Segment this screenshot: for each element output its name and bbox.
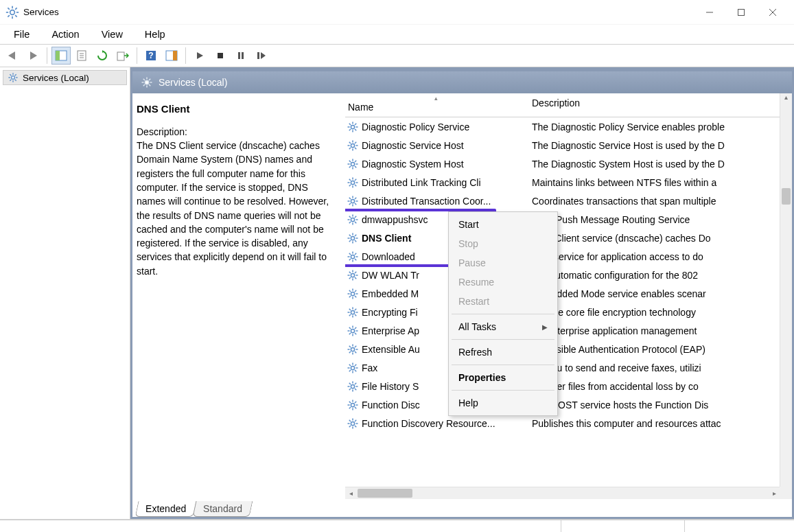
- menu-help[interactable]: Help: [135, 26, 175, 43]
- service-name-text: Encrypting Fi: [362, 307, 418, 318]
- vertical-scrollbar[interactable]: ▴: [780, 93, 792, 487]
- service-desc-cell: les you to send and receive faxes, utili…: [529, 362, 792, 373]
- service-desc-cell: The Diagnostic System Host is used by th…: [529, 159, 792, 170]
- submenu-arrow-icon: ▶: [542, 323, 548, 331]
- svg-line-97: [355, 222, 356, 223]
- column-header-name[interactable]: ▴ Name: [345, 93, 529, 117]
- svg-point-145: [351, 329, 354, 332]
- right-pane: Services (Local) DNS Client Description:…: [130, 67, 794, 519]
- svg-line-162: [355, 345, 356, 347]
- context-menu-item-restart: Restart: [449, 292, 557, 311]
- svg-line-177: [349, 382, 351, 384]
- svg-point-100: [351, 236, 354, 240]
- show-hide-tree-button[interactable]: [51, 47, 71, 65]
- svg-point-0: [10, 10, 15, 14]
- service-row[interactable]: DW WLAN Trdes automatic configuration fo…: [345, 266, 792, 284]
- service-row[interactable]: Function DiscFDPHOST service hosts the F…: [345, 395, 792, 414]
- service-row[interactable]: Faxles you to send and receive faxes, ut…: [345, 358, 792, 377]
- tab-extended[interactable]: Extended: [135, 501, 197, 517]
- service-row[interactable]: Encrypting Fides the core file encryptio…: [345, 303, 792, 321]
- svg-rect-25: [238, 52, 240, 59]
- svg-line-115: [355, 259, 356, 260]
- service-row[interactable]: Diagnostic Service HostThe Diagnostic Se…: [345, 136, 792, 154]
- context-menu-label: Properties: [458, 372, 506, 383]
- menu-action[interactable]: Action: [42, 26, 89, 43]
- refresh-button[interactable]: [93, 47, 112, 65]
- svg-rect-24: [218, 53, 223, 58]
- context-menu-separator: [452, 365, 554, 365]
- tab-standard[interactable]: Standard: [193, 501, 253, 517]
- service-row[interactable]: Diagnostic System HostThe Diagnostic Sys…: [345, 154, 792, 173]
- scroll-up-arrow-icon[interactable]: ▴: [780, 93, 792, 104]
- context-menu-item-start[interactable]: Start: [449, 215, 557, 234]
- svg-line-8: [15, 8, 16, 10]
- service-desc-cell: Publishes this computer and resources at…: [529, 418, 792, 429]
- pane-header: Services (Local): [132, 71, 792, 93]
- svg-line-187: [355, 407, 356, 408]
- svg-point-181: [351, 403, 354, 406]
- context-menu-item-properties[interactable]: Properties: [449, 368, 557, 387]
- svg-line-170: [349, 370, 351, 371]
- svg-point-28: [12, 76, 15, 80]
- menu-file[interactable]: File: [4, 26, 39, 43]
- svg-line-178: [355, 389, 356, 390]
- service-row[interactable]: DNS ClientDNS Client service (dnscache) …: [345, 229, 792, 247]
- gear-icon: [347, 195, 359, 207]
- svg-line-161: [349, 351, 351, 353]
- svg-line-142: [355, 314, 356, 316]
- menu-bar: File Action View Help: [0, 25, 794, 44]
- service-row[interactable]: Enterprise Aples enterprise application …: [345, 321, 792, 340]
- service-desc-cell: Extensible Authentication Protocol (EAP): [529, 344, 792, 355]
- column-header-description[interactable]: Description: [529, 93, 792, 117]
- service-row[interactable]: Downloadedlows service for application a…: [345, 247, 792, 266]
- start-service-button[interactable]: [190, 47, 209, 65]
- scroll-thumb[interactable]: [782, 188, 791, 205]
- service-row[interactable]: Diagnostic Policy ServiceThe Diagnostic …: [345, 117, 792, 136]
- gear-icon: [347, 213, 359, 226]
- gear-icon: [347, 380, 359, 393]
- service-row[interactable]: File History Scts user files from accide…: [345, 377, 792, 395]
- service-name-cell: Diagnostic Policy Service: [345, 121, 529, 133]
- pane-tabs: Extended Standard: [132, 499, 792, 517]
- service-row[interactable]: Distributed Transaction Coor...Coordinat…: [345, 192, 792, 210]
- context-menu-item-all-tasks[interactable]: All Tasks▶: [449, 317, 557, 336]
- svg-line-196: [355, 426, 356, 427]
- pause-service-button[interactable]: [231, 47, 250, 65]
- gear-icon: [8, 72, 19, 83]
- service-row[interactable]: Embedded MEmbedded Mode service enables …: [345, 284, 792, 303]
- service-row[interactable]: Distributed Link Tracking CliMaintains l…: [345, 173, 792, 192]
- minimize-button[interactable]: [694, 2, 725, 23]
- show-hide-action-button[interactable]: [162, 47, 181, 65]
- horizontal-scrollbar[interactable]: ◂ ▸: [345, 487, 780, 499]
- status-bar: [0, 520, 794, 532]
- help-button[interactable]: ?: [141, 47, 161, 65]
- service-desc-cell: des automatic configuration for the 802: [529, 270, 792, 281]
- back-button[interactable]: [3, 47, 22, 65]
- export-button[interactable]: [113, 47, 132, 65]
- restart-service-button[interactable]: [252, 47, 271, 65]
- toolbar-separator: [137, 47, 137, 64]
- stop-service-button[interactable]: [211, 47, 230, 65]
- svg-line-150: [349, 327, 351, 328]
- service-row[interactable]: Extensible AuExtensible Authentication P…: [345, 340, 792, 358]
- service-row[interactable]: dmwappushsvcWAP Push Message Routing Ser…: [345, 210, 792, 229]
- properties-button[interactable]: [72, 47, 91, 65]
- svg-point-118: [351, 273, 354, 277]
- selected-service-name: DNS Client: [137, 102, 338, 117]
- service-rows[interactable]: Diagnostic Policy ServiceThe Diagnostic …: [345, 117, 792, 499]
- svg-point-190: [351, 421, 354, 425]
- scroll-right-arrow-icon[interactable]: ▸: [769, 487, 780, 499]
- maximize-button[interactable]: [725, 2, 757, 23]
- service-row[interactable]: Function Discovery Resource...Publishes …: [345, 414, 792, 432]
- context-menu-label: Resume: [458, 277, 494, 288]
- scroll-left-arrow-icon[interactable]: ◂: [345, 487, 356, 499]
- svg-point-136: [351, 310, 354, 314]
- context-menu-item-refresh[interactable]: Refresh: [449, 343, 557, 362]
- tree-node-services-local[interactable]: Services (Local): [3, 70, 127, 85]
- context-menu-item-help[interactable]: Help: [449, 393, 557, 413]
- forward-button[interactable]: [23, 47, 43, 65]
- close-button[interactable]: [757, 2, 789, 23]
- scroll-thumb[interactable]: [358, 489, 412, 498]
- service-name-cell: Diagnostic System Host: [345, 158, 529, 170]
- menu-view[interactable]: View: [92, 26, 132, 43]
